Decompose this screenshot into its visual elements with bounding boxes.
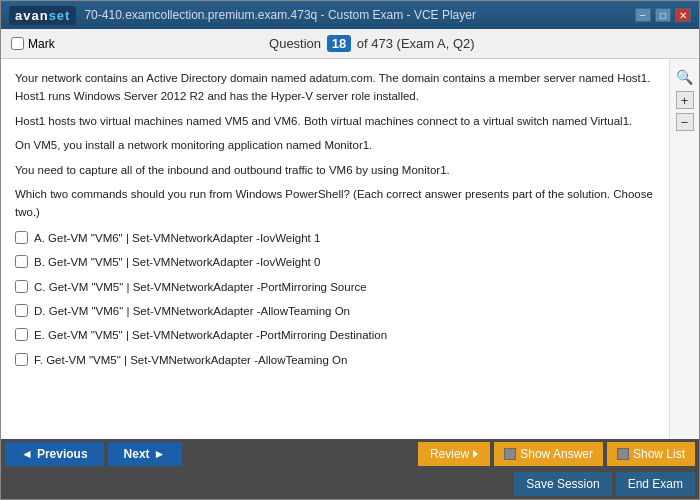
bottom-row1: ◄ Previous Next ► Review Show Answer Sho… [1,439,699,469]
show-list-indicator [617,448,629,460]
show-answer-button[interactable]: Show Answer [494,442,603,466]
zoom-in-button[interactable]: + [676,91,694,109]
question-panel: Your network contains an Active Director… [1,59,669,439]
bottom-row2: Save Session End Exam [1,469,699,499]
option-b-label: B. Get-VM "VM5" | Set-VMNetworkAdapter -… [34,253,320,271]
option-d-checkbox[interactable] [15,304,28,317]
restore-button[interactable]: □ [655,8,671,22]
option-e-checkbox[interactable] [15,328,28,341]
option-a-label: A. Get-VM "VM6" | Set-VMNetworkAdapter -… [34,229,320,247]
toolbar: Mark Question 18 of 473 (Exam A, Q2) [1,29,699,59]
window-controls: − □ ✕ [635,8,691,22]
option-a: A. Get-VM "VM6" | Set-VMNetworkAdapter -… [15,228,655,248]
option-d-label: D. Get-VM "VM6" | Set-VMNetworkAdapter -… [34,302,350,320]
title-bar-left: avanset 70-410.examcollection.premium.ex… [9,6,476,25]
option-b-checkbox[interactable] [15,255,28,268]
logo-part1: avan [15,8,49,23]
option-c-label: C. Get-VM "VM5" | Set-VMNetworkAdapter -… [34,278,367,296]
option-e-label: E. Get-VM "VM5" | Set-VMNetworkAdapter -… [34,326,387,344]
question-body: Your network contains an Active Director… [15,69,655,222]
question-total: of 473 [357,36,393,51]
question-para-2: Host1 hosts two virtual machines named V… [15,112,655,130]
bottom-bar: ◄ Previous Next ► Review Show Answer Sho… [1,439,699,499]
review-arrow-icon [473,450,478,458]
option-a-checkbox[interactable] [15,231,28,244]
prev-arrow-icon: ◄ [21,447,33,461]
option-c-checkbox[interactable] [15,280,28,293]
question-label: Question [269,36,321,51]
content-area: Your network contains an Active Director… [1,59,699,439]
option-d: D. Get-VM "VM6" | Set-VMNetworkAdapter -… [15,301,655,321]
show-answer-indicator [504,448,516,460]
search-icon[interactable]: 🔍 [675,67,695,87]
zoom-out-button[interactable]: − [676,113,694,131]
question-para-1: Your network contains an Active Director… [15,69,655,106]
question-suffix: (Exam A, Q2) [397,36,475,51]
option-e: E. Get-VM "VM5" | Set-VMNetworkAdapter -… [15,325,655,345]
close-button[interactable]: ✕ [675,8,691,22]
mark-container: Mark [11,37,55,51]
mark-checkbox[interactable] [11,37,24,50]
end-exam-button[interactable]: End Exam [616,472,695,496]
question-para-4: You need to capture all of the inbound a… [15,161,655,179]
option-c: C. Get-VM "VM5" | Set-VMNetworkAdapter -… [15,277,655,297]
option-f: F. Get-VM "VM5" | Set-VMNetworkAdapter -… [15,350,655,370]
logo-part2: set [49,8,71,23]
main-window: avanset 70-410.examcollection.premium.ex… [0,0,700,500]
next-arrow-icon: ► [154,447,166,461]
question-para-3: On VM5, you install a network monitoring… [15,136,655,154]
side-panel: 🔍 + − [669,59,699,439]
question-info: Question 18 of 473 (Exam A, Q2) [55,36,689,51]
previous-button[interactable]: ◄ Previous [5,442,104,466]
window-title: 70-410.examcollection.premium.exam.473q … [84,8,476,22]
save-session-button[interactable]: Save Session [514,472,611,496]
next-button[interactable]: Next ► [108,442,182,466]
show-list-button[interactable]: Show List [607,442,695,466]
question-number: 18 [327,35,351,52]
option-f-checkbox[interactable] [15,353,28,366]
options-list: A. Get-VM "VM6" | Set-VMNetworkAdapter -… [15,228,655,370]
minimize-button[interactable]: − [635,8,651,22]
mark-label: Mark [28,37,55,51]
title-bar: avanset 70-410.examcollection.premium.ex… [1,1,699,29]
review-button[interactable]: Review [418,442,490,466]
option-b: B. Get-VM "VM5" | Set-VMNetworkAdapter -… [15,252,655,272]
question-para-5: Which two commands should you run from W… [15,185,655,222]
app-logo: avanset [9,6,76,25]
option-f-label: F. Get-VM "VM5" | Set-VMNetworkAdapter -… [34,351,347,369]
